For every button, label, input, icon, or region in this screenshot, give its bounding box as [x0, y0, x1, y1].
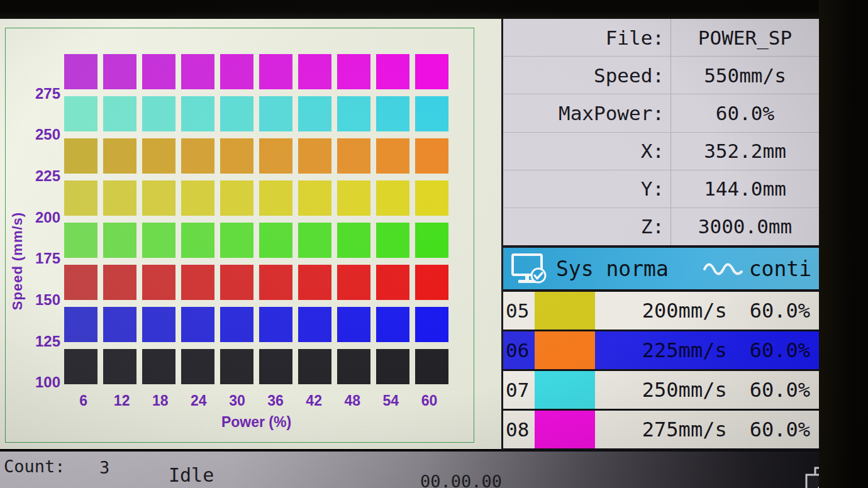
- grid-cell-150-18: [142, 265, 175, 300]
- grid-cell-125-18: [142, 307, 175, 342]
- layer-power: 60.0%: [750, 378, 810, 402]
- grid-cell-150-6: [64, 265, 97, 300]
- count-value: 3: [99, 458, 109, 477]
- grid-cell-200-42: [298, 180, 331, 216]
- grid-cell-275-18: [142, 54, 175, 89]
- layer-speed: 250mm/s: [642, 378, 727, 402]
- grid-cell-125-36: [259, 307, 292, 342]
- grid-cell-150-60: [415, 265, 448, 300]
- layer-row-05[interactable]: 05 200mm/s 60.0%: [503, 292, 819, 331]
- layer-row-08[interactable]: 08 275mm/s 60.0%: [503, 411, 819, 450]
- y-tick: 150: [23, 279, 60, 321]
- test-grid: [64, 54, 448, 384]
- y-tick: 250: [23, 114, 60, 156]
- file-value: POWER_SP: [670, 19, 819, 56]
- grid-cell-150-24: [181, 265, 214, 300]
- grid-cell-175-60: [415, 223, 448, 258]
- x-tick: 18: [141, 392, 179, 409]
- wave-icon[interactable]: [703, 259, 744, 278]
- grid-cell-225-36: [259, 138, 292, 174]
- bezel-right: [819, 0, 868, 488]
- layer-number: 06: [503, 331, 535, 369]
- grid-cell-200-12: [103, 180, 136, 216]
- x-tick: 24: [179, 392, 218, 409]
- grid-cell-250-60: [415, 96, 448, 131]
- grid-cell-250-18: [142, 96, 175, 131]
- grid-cell-200-6: [64, 180, 97, 216]
- grid-cell-100-60: [415, 349, 448, 384]
- x-value: 352.2mm: [670, 133, 819, 170]
- grid-cell-175-54: [376, 223, 409, 258]
- x-tick: 12: [103, 392, 141, 409]
- y-tick: 200: [23, 197, 60, 238]
- grid-cell-275-48: [337, 54, 370, 89]
- grid-cell-125-54: [376, 307, 409, 342]
- layer-power: 60.0%: [750, 338, 810, 362]
- y-tick: 125: [23, 321, 60, 362]
- layer-row-06[interactable]: 06 225mm/s 60.0%: [503, 331, 819, 371]
- grid-cell-200-18: [142, 180, 175, 216]
- y-value: 144.0mm: [670, 170, 819, 208]
- layer-row-07[interactable]: 07 250mm/s 60.0%: [503, 371, 819, 411]
- y-tick: 275: [23, 73, 60, 114]
- controller-screen: Speed (mm/s) 275250225200175150125100 61…: [0, 19, 819, 488]
- z-value: 3000.0mm: [670, 208, 819, 245]
- speed-label: Speed:: [503, 57, 670, 94]
- photo-frame: Speed (mm/s) 275250225200175150125100 61…: [0, 0, 868, 488]
- grid-cell-125-60: [415, 307, 448, 342]
- grid-cell-225-18: [142, 138, 175, 174]
- y-tick: 175: [23, 238, 60, 280]
- laser-mode-text[interactable]: conti: [749, 257, 811, 281]
- grid-cell-200-60: [415, 180, 448, 216]
- grid-cell-175-36: [259, 223, 292, 258]
- grid-cell-125-12: [103, 307, 136, 342]
- layer-speed: 225mm/s: [642, 338, 727, 362]
- grid-cell-175-42: [298, 223, 331, 258]
- grid-cell-100-12: [103, 349, 136, 384]
- grid-cell-225-60: [415, 138, 448, 174]
- layer-power: 60.0%: [750, 418, 810, 441]
- grid-cell-100-30: [220, 349, 253, 384]
- maxpower-value: 60.0%: [670, 94, 819, 131]
- sys-status-text: Sys norma: [556, 257, 669, 281]
- job-info-table: File: POWER_SP Speed: 550mm/s MaxPower: …: [503, 19, 819, 245]
- layer-number: 07: [503, 371, 535, 409]
- x-tick: 6: [64, 392, 103, 409]
- grid-cell-225-48: [337, 138, 370, 174]
- speed-value: 550mm/s: [670, 57, 819, 94]
- x-tick: 60: [410, 392, 448, 409]
- info-row-x: X: 352.2mm: [503, 133, 819, 170]
- grid-cell-125-6: [64, 307, 97, 342]
- grid-cell-225-30: [220, 138, 253, 174]
- grid-cell-225-12: [103, 138, 136, 174]
- x-tick: 30: [218, 392, 256, 409]
- grid-cell-150-42: [298, 265, 331, 300]
- grid-cell-200-24: [181, 180, 214, 216]
- grid-cell-100-48: [337, 349, 370, 384]
- grid-cell-275-54: [376, 54, 409, 89]
- grid-cell-125-24: [181, 307, 214, 342]
- grid-cell-100-18: [142, 349, 175, 384]
- grid-cell-175-18: [142, 223, 175, 258]
- info-row-y: Y: 144.0mm: [503, 170, 819, 208]
- grid-cell-250-12: [103, 96, 136, 131]
- grid-cell-225-24: [181, 138, 214, 174]
- grid-cell-250-54: [376, 96, 409, 131]
- grid-cell-225-6: [64, 138, 97, 174]
- z-label: Z:: [503, 208, 670, 245]
- grid-cell-200-48: [337, 180, 370, 216]
- layer-color-swatch: [535, 371, 595, 409]
- y-tick: 100: [23, 362, 60, 403]
- grid-cell-100-36: [259, 349, 292, 384]
- grid-cell-250-36: [259, 96, 292, 131]
- layer-color-swatch: [535, 292, 595, 330]
- x-label: X:: [503, 133, 670, 170]
- file-label: File:: [503, 19, 670, 56]
- grid-cell-100-6: [64, 349, 97, 384]
- grid-cell-225-42: [298, 138, 331, 174]
- grid-cell-125-48: [337, 307, 370, 342]
- grid-cell-175-12: [103, 223, 136, 258]
- layer-number: 05: [503, 292, 535, 330]
- grid-cell-250-42: [298, 96, 331, 131]
- right-panel: File: POWER_SP Speed: 550mm/s MaxPower: …: [501, 19, 819, 488]
